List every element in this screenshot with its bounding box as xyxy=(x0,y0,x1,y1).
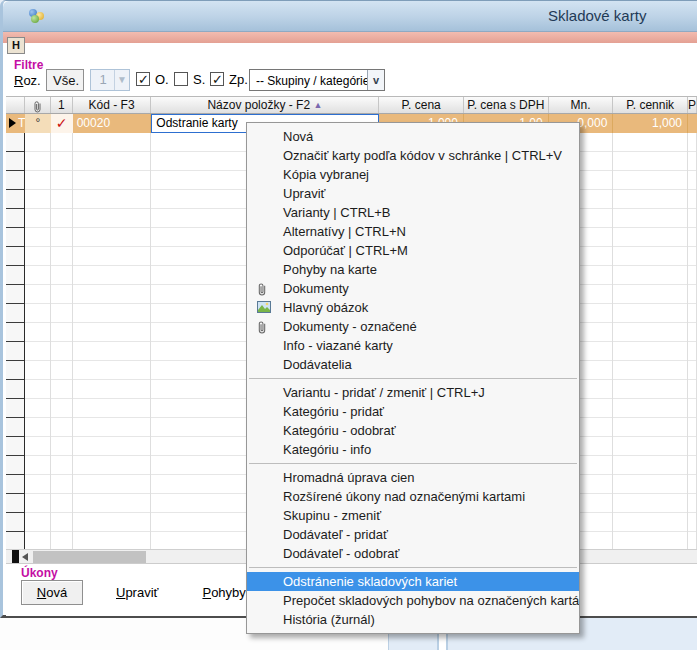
menu-item-gutter xyxy=(253,544,279,563)
context-menu-item[interactable]: Nová xyxy=(247,127,579,146)
menu-item-gutter xyxy=(253,222,279,241)
context-menu-item[interactable]: Varianty | CTRL+B xyxy=(247,203,579,222)
menu-item-label: Kategóriu - pridať xyxy=(283,404,384,419)
menu-item-label: Odstránenie skladových kariet xyxy=(283,574,457,589)
menu-item-gutter xyxy=(253,184,279,203)
check-icon: ✓ xyxy=(212,73,223,87)
context-menu-item[interactable]: Kategóriu - odobrať xyxy=(247,421,579,440)
context-menu-item[interactable]: Variantu - pridať / zmeniť | CTRL+J xyxy=(247,383,579,402)
column-header[interactable]: 1 ▲ xyxy=(51,97,73,113)
grid-header: ▲ ▲ 1 ▲ xyxy=(6,96,697,114)
menu-item-gutter xyxy=(253,525,279,544)
screen: Skladové karty H Filtre Roz. Vše. 1 ▼ ✓ … xyxy=(0,0,697,650)
menu-item-gutter xyxy=(253,127,279,146)
column-header-label: P xyxy=(688,98,696,112)
context-menu-item[interactable] xyxy=(247,563,579,572)
context-menu-item[interactable]: Prepočet skladových pohybov na označenýc… xyxy=(247,591,579,610)
menu-item-label: Kategóriu - info xyxy=(283,442,371,457)
menu-item-gutter xyxy=(253,317,279,336)
p-cut-cell xyxy=(688,114,697,133)
app-icon xyxy=(28,9,44,23)
vse-button[interactable]: Vše. xyxy=(46,69,84,91)
context-menu-item[interactable]: Hlavný obázok xyxy=(247,298,579,317)
menu-item-gutter xyxy=(253,146,279,165)
scrollbar-thumb[interactable] xyxy=(33,551,146,563)
h-button[interactable]: H xyxy=(7,37,25,54)
column-header[interactable]: Kód - F3 ▲ xyxy=(73,97,152,113)
menu-item-label: Prepočet skladových pohybov na označenýc… xyxy=(283,593,579,608)
context-menu-item[interactable]: Dokumenty - označené xyxy=(247,317,579,336)
column-header[interactable]: P. cena s DPH ▲ xyxy=(464,97,549,113)
context-menu-item[interactable]: Odstránenie skladových kariet xyxy=(247,572,579,591)
column-header-label: Mn. xyxy=(570,98,590,112)
menu-item-label: Nová xyxy=(283,129,313,144)
menu-item-gutter xyxy=(253,440,279,459)
column-header[interactable]: ▲ xyxy=(6,97,25,113)
context-menu-item[interactable]: Označiť karty podľa kódov v schránke | C… xyxy=(247,146,579,165)
context-menu-item[interactable]: Rozšírené úkony nad označenými kartami xyxy=(247,487,579,506)
column-header[interactable]: P. cennik ▲ xyxy=(613,97,688,113)
menu-item-label: História (žurnál) xyxy=(283,612,375,627)
column-header[interactable]: P. cena ▲ xyxy=(379,97,464,113)
menu-item-label: Varianty | CTRL+B xyxy=(283,205,391,220)
column-header[interactable]: Názov položky - F2 ▲ xyxy=(151,97,379,113)
action-button[interactable]: Nová xyxy=(21,580,83,605)
context-menu-item[interactable] xyxy=(247,374,579,383)
title-bar[interactable]: Skladové karty xyxy=(3,1,697,32)
context-menu-item[interactable] xyxy=(247,459,579,468)
context-menu-item[interactable]: Kópia vybranej xyxy=(247,165,579,184)
count-select[interactable]: 1 ▼ xyxy=(90,69,130,91)
grid-column-lane xyxy=(51,133,73,549)
current-row-arrow-icon xyxy=(9,118,16,128)
context-menu-item[interactable]: Pohyby na karte xyxy=(247,260,579,279)
chevron-down-icon[interactable]: v xyxy=(367,70,384,90)
column-header[interactable]: ▲ xyxy=(25,97,51,113)
context-menu-item[interactable]: Skupinu - zmeniť xyxy=(247,506,579,525)
context-menu-item[interactable]: Dodávateľ - odobrať xyxy=(247,544,579,563)
menu-item-label: Skupinu - zmeniť xyxy=(283,508,381,523)
menu-item-label: Rozšírené úkony nad označenými kartami xyxy=(283,489,525,504)
action-button[interactable]: Upraviť xyxy=(105,580,169,605)
menu-item-label: Označiť karty podľa kódov v schránke | C… xyxy=(283,148,562,163)
menu-item-gutter xyxy=(253,203,279,222)
menu-item-gutter xyxy=(253,506,279,525)
context-menu-item[interactable]: Dodávateľ - pridať xyxy=(247,525,579,544)
scroll-left-icon[interactable] xyxy=(22,553,28,561)
context-menu-item[interactable]: Dokumenty xyxy=(247,279,579,298)
context-menu-item[interactable]: Hromadná úprava cien xyxy=(247,468,579,487)
chevron-down-icon[interactable]: ▼ xyxy=(114,70,129,90)
menu-item-gutter xyxy=(253,421,279,440)
column-header[interactable]: Mn. ▲ xyxy=(549,97,614,113)
checkbox-box[interactable]: ✓ xyxy=(136,72,150,86)
menu-item-gutter xyxy=(253,279,279,298)
context-menu-item[interactable]: Upraviť xyxy=(247,184,579,203)
menu-item-label: Kategóriu - odobrať xyxy=(283,423,396,438)
context-menu-item[interactable]: Kategóriu - pridať xyxy=(247,402,579,421)
column-header-label: Kód - F3 xyxy=(89,98,135,112)
column-header[interactable]: P ▲ xyxy=(688,97,697,113)
grid-column-lane xyxy=(73,133,152,549)
menu-item-label: Odporúčať | CTRL+M xyxy=(283,243,408,258)
menu-item-gutter xyxy=(253,487,279,506)
checkbox-box[interactable]: ✓ xyxy=(210,72,224,86)
column-header-label: Názov položky - F2 xyxy=(207,98,310,112)
menu-item-gutter xyxy=(253,165,279,184)
menu-item-gutter xyxy=(253,260,279,279)
context-menu-item[interactable]: Kategóriu - info xyxy=(247,440,579,459)
attachment-cell: ° xyxy=(25,114,51,133)
context-menu-item[interactable]: História (žurnál) xyxy=(247,610,579,629)
context-menu-item[interactable]: Odporúčať | CTRL+M xyxy=(247,241,579,260)
context-menu-item[interactable]: Alternatívy | CTRL+N xyxy=(247,222,579,241)
menu-item-label: Dokumenty xyxy=(283,281,349,296)
paperclip-icon xyxy=(257,320,267,334)
roz-link[interactable]: Roz. xyxy=(14,73,41,88)
context-menu-item[interactable]: Info - viazané karty xyxy=(247,336,579,355)
filters-group: Filtre Roz. Vše. 1 ▼ ✓ O. S. xyxy=(6,56,697,94)
context-menu-item[interactable]: Dodávatelia xyxy=(247,355,579,374)
menu-item-label: Hromadná úprava cien xyxy=(283,470,415,485)
grid-column-lane xyxy=(613,133,688,549)
checkbox-box[interactable] xyxy=(174,72,188,86)
checkbox-label: S. xyxy=(193,72,205,87)
group-category-select[interactable]: -- Skupiny / kategórie -- v xyxy=(249,69,385,91)
grid-column-lane xyxy=(25,133,51,549)
